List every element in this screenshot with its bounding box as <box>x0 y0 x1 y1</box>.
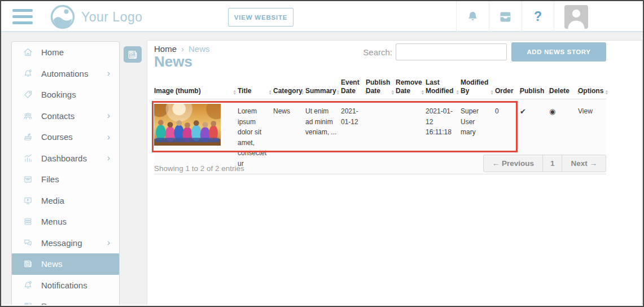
sidebar-item-media[interactable]: Media <box>12 190 119 212</box>
sidebar: Home Automations › Bookings Contacts › C… <box>11 41 120 305</box>
logo-text: Your Logo <box>81 10 143 25</box>
bell-icon <box>466 10 479 24</box>
next-page-button[interactable]: Next → <box>562 155 606 172</box>
person-silhouette-icon <box>564 5 588 29</box>
notifications-bell-button[interactable] <box>456 1 489 32</box>
add-news-story-button[interactable]: ADD NEWS STORY <box>511 42 606 62</box>
contacts-icon <box>23 111 33 121</box>
sort-arrows-icon[interactable]: ▲▼ <box>421 89 424 95</box>
dashboards-chart-icon <box>23 153 33 163</box>
breadcrumb-current: News <box>189 44 210 54</box>
content-panel: Home›News News Search: ADD NEWS STORY Im… <box>147 40 642 305</box>
column-header-image[interactable]: Image (thumb)▲▼ <box>154 87 238 95</box>
inbox-icon <box>498 11 512 23</box>
top-icon-group: ? <box>456 1 588 32</box>
media-icon <box>23 195 33 205</box>
files-icon <box>23 174 33 185</box>
breadcrumb: Home›News <box>154 44 210 54</box>
hamburger-menu-icon[interactable] <box>12 9 33 24</box>
news-icon <box>127 49 138 60</box>
sidebar-item-news[interactable]: News <box>12 253 119 275</box>
table-header-row: Image (thumb)▲▼ Title▲▼ Category▲▼ Summa… <box>154 77 606 99</box>
sidebar-item-messaging[interactable]: Messaging › <box>12 233 119 254</box>
courses-icon <box>23 132 33 142</box>
sidebar-item-pages[interactable]: Pages › <box>12 296 119 305</box>
chevron-right-icon: › <box>107 133 110 142</box>
entries-summary: Showing 1 to 2 of 2 entries <box>154 164 244 173</box>
page-number-button[interactable]: 1 <box>542 155 563 172</box>
search-input[interactable] <box>396 43 507 60</box>
sidebar-item-automations[interactable]: Automations › <box>12 63 119 85</box>
sort-arrows-icon[interactable]: ▲▼ <box>269 89 272 95</box>
news-thumbnail-image[interactable] <box>154 104 221 146</box>
row-image-cell <box>154 99 238 174</box>
sidebar-item-dashboards[interactable]: Dashboards › <box>12 148 119 169</box>
sidebar-item-files[interactable]: Files <box>12 169 119 190</box>
sort-arrows-icon[interactable]: ▲▼ <box>456 89 459 95</box>
column-header-category[interactable]: Category▲▼ <box>273 87 305 95</box>
column-header-last-modified[interactable]: Last Modified▲▼ <box>426 78 461 95</box>
sort-arrows-icon[interactable]: ▲▼ <box>391 89 395 95</box>
chevron-right-icon: › <box>107 238 110 247</box>
breadcrumb-home-link[interactable]: Home <box>154 44 177 54</box>
row-last-modified: 2021-01-12 16:11:18 <box>426 99 461 174</box>
page-title: News <box>154 53 192 71</box>
help-button[interactable]: ? <box>522 1 554 32</box>
main-area: Home Automations › Bookings Contacts › C… <box>1 32 643 305</box>
sidebar-item-contacts[interactable]: Contacts › <box>12 106 119 127</box>
logo-mark-icon <box>50 4 76 30</box>
chevron-right-icon: › <box>107 154 110 163</box>
top-bar: Your Logo VIEW WEBSITE ? <box>1 1 643 32</box>
automations-bell-icon <box>23 68 33 78</box>
row-event-date: 2021-01-12 <box>341 99 366 174</box>
column-header-publish[interactable]: Publish▲▼ <box>520 87 549 95</box>
home-icon <box>23 47 33 58</box>
search-row: Search: ADD NEWS STORY <box>363 42 606 62</box>
menus-icon <box>23 217 33 227</box>
breadcrumb-separator: › <box>181 44 184 54</box>
notifications-bell-icon <box>23 280 33 290</box>
pages-icon <box>23 301 33 305</box>
sidebar-item-home[interactable]: Home <box>12 42 119 63</box>
tag-icon <box>23 90 33 100</box>
chevron-right-icon: › <box>107 69 110 78</box>
column-header-publish-date[interactable]: Publish Date▲▼ <box>366 78 396 95</box>
sort-arrows-icon[interactable]: ▲▼ <box>301 89 304 95</box>
column-header-title[interactable]: Title▲▼ <box>238 87 273 95</box>
row-category: News <box>273 99 305 174</box>
messaging-icon <box>23 238 33 248</box>
row-publish-date <box>366 99 396 174</box>
inbox-button[interactable] <box>489 1 522 32</box>
search-label: Search: <box>363 47 392 57</box>
sidebar-item-notifications[interactable]: Notifications <box>12 275 119 296</box>
pagination: ← Previous 1 Next → <box>483 155 606 172</box>
view-link[interactable]: View <box>578 107 593 115</box>
row-summary: Ut enim ad minim veniam, ... <box>305 99 341 174</box>
column-header-event-date[interactable]: Event Date▲▼ <box>341 78 366 95</box>
column-header-options[interactable]: Options▲▼ <box>578 87 606 95</box>
sort-arrows-icon[interactable]: ▲▼ <box>490 89 494 95</box>
row-remove-date <box>396 99 426 174</box>
row-title: Lorem ipsum dolor sit amet, consectetur <box>238 99 273 174</box>
logo[interactable]: Your Logo <box>50 4 143 30</box>
chevron-right-icon: › <box>107 111 110 120</box>
chevron-right-icon: › <box>107 302 110 305</box>
column-header-order[interactable]: Order▲▼ <box>495 87 520 95</box>
sort-arrows-icon[interactable]: ▲▼ <box>233 89 236 95</box>
sidebar-item-courses[interactable]: Courses › <box>12 126 119 148</box>
column-header-summary[interactable]: Summary▲▼ <box>305 87 341 95</box>
help-icon: ? <box>534 9 542 24</box>
column-header-modified-by[interactable]: Modified By▲▼ <box>461 78 495 95</box>
sort-arrows-icon[interactable]: ▲▼ <box>605 89 608 95</box>
sidebar-item-menus[interactable]: Menus <box>12 211 119 233</box>
user-avatar[interactable] <box>564 5 588 29</box>
news-icon <box>23 259 33 269</box>
column-header-delete[interactable]: Delete▲▼ <box>549 87 578 95</box>
previous-page-button[interactable]: ← Previous <box>483 155 543 172</box>
sort-arrows-icon[interactable]: ▲▼ <box>336 89 340 95</box>
column-header-remove-date[interactable]: Remove Date▲▼ <box>396 78 426 95</box>
view-website-button[interactable]: VIEW WEBSITE <box>228 8 293 27</box>
sidebar-item-bookings[interactable]: Bookings <box>12 84 119 106</box>
quick-news-button[interactable] <box>124 46 142 63</box>
